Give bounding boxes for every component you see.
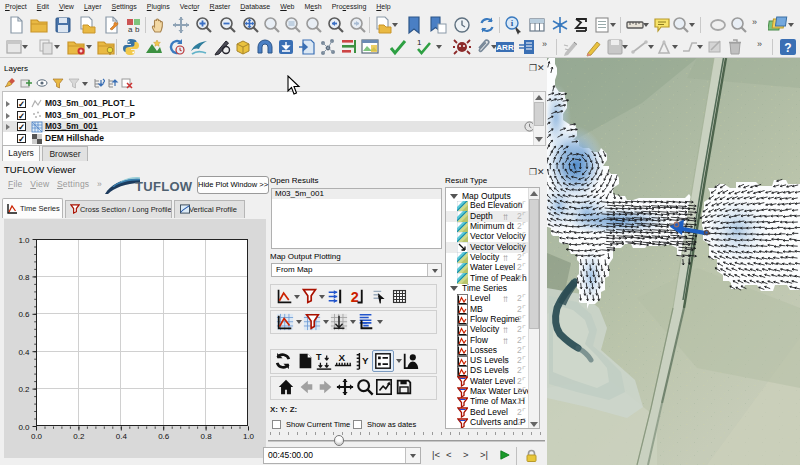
svg-text:X: X [339, 352, 346, 363]
svg-text:ARR: ARR [496, 43, 514, 52]
svg-text:?: ? [784, 41, 791, 55]
svg-text:0.0: 0.0 [31, 432, 43, 441]
svg-text:1.0: 1.0 [18, 236, 30, 245]
svg-text:a: a [128, 25, 133, 34]
svg-text:1: 1 [417, 38, 422, 47]
svg-text:b: b [135, 25, 140, 34]
svg-text:0.8: 0.8 [18, 273, 30, 282]
svg-text:0.8: 0.8 [201, 432, 213, 441]
svg-text:0.6: 0.6 [158, 432, 170, 441]
svg-text:Y: Y [362, 355, 369, 366]
svg-text:0.2: 0.2 [73, 432, 85, 441]
svg-text:0.0: 0.0 [18, 423, 30, 432]
svg-text:0.2: 0.2 [18, 385, 30, 394]
svg-text:0.4: 0.4 [18, 348, 30, 357]
svg-text:0.6: 0.6 [18, 310, 30, 319]
svg-text:1.0: 1.0 [243, 432, 255, 441]
svg-text:TUFLOW: TUFLOW [135, 179, 193, 194]
svg-text:0.4: 0.4 [116, 432, 128, 441]
svg-text:T: T [316, 352, 322, 362]
